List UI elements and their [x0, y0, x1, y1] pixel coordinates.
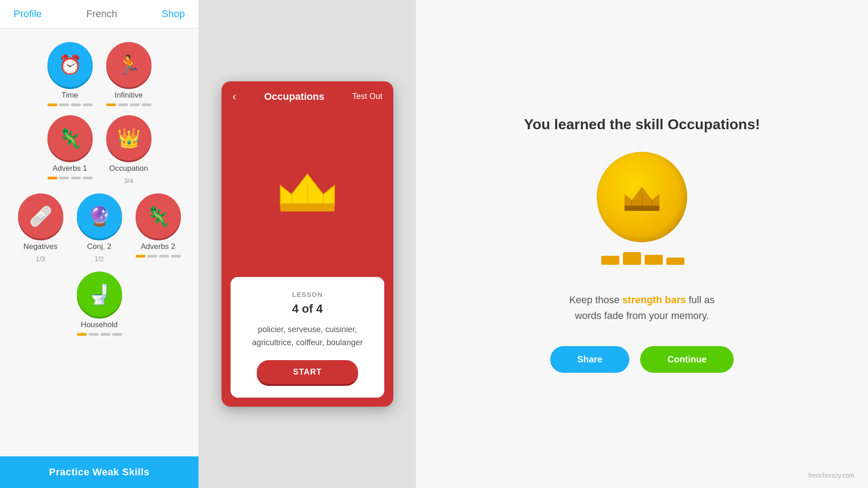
skill-progress-household [77, 333, 122, 336]
medal-bar-2 [623, 252, 641, 265]
left-panel: Profile French Shop ⏰ Time 🏃 [0, 0, 199, 488]
skill-label-negatives: Negatives [24, 242, 58, 251]
phone-container: ‹ Occupations Test Out LESSON 4 of 4 pol… [222, 81, 393, 407]
back-button[interactable]: ‹ [232, 89, 236, 103]
lesson-words: policier, serveuse, cuisinier, agricultr… [244, 323, 371, 349]
progress-bar [71, 103, 81, 106]
test-out-button[interactable]: Test Out [352, 92, 382, 101]
skill-progress-adverbs1 [47, 177, 93, 179]
progress-bar [100, 333, 110, 336]
progress-bar [130, 103, 140, 106]
lesson-number: 4 of 4 [292, 302, 323, 316]
medal-bar-4 [666, 258, 684, 265]
watermark: frenchcrazy.com [808, 472, 854, 479]
start-button[interactable]: START [257, 360, 358, 384]
skill-label-conj2: Conj. 2 [87, 242, 112, 251]
medal-bar-1 [601, 256, 619, 265]
left-header: Profile French Shop [0, 0, 198, 28]
skill-item-household[interactable]: 🚽 Household [77, 272, 122, 336]
medal-bar-3 [645, 255, 663, 265]
skill-circle-occupation: 👑 [106, 115, 151, 160]
progress-bar [136, 255, 146, 258]
skills-grid: ⏰ Time 🏃 Infinitive [0, 28, 198, 488]
learned-title: You learned the skill Occupations! [524, 115, 760, 134]
skill-item-adverbs1[interactable]: 🦎 Adverbs 1 [47, 115, 93, 184]
continue-button[interactable]: Continue [640, 346, 734, 373]
lesson-label: LESSON [292, 291, 323, 298]
skill-label-infinitive: Infinitive [114, 91, 142, 100]
phone-header: ‹ Occupations Test Out [222, 81, 393, 112]
skill-label-time: Time [61, 91, 78, 100]
shop-link[interactable]: Shop [162, 8, 185, 20]
skill-label-adverbs2: Adverbs 2 [141, 242, 175, 251]
skill-circle-time: ⏰ [47, 42, 93, 87]
skill-label-household: Household [81, 320, 118, 329]
skill-item-time[interactable]: ⏰ Time [47, 42, 93, 106]
skill-row-4: 🚽 Household [77, 272, 122, 336]
progress-bar [159, 255, 169, 258]
right-panel: You learned the skill Occupations! Keep … [416, 0, 868, 488]
progress-bar [47, 177, 57, 179]
progress-bar [83, 177, 93, 179]
medal-container [583, 152, 701, 269]
skill-circle-infinitive: 🏃 [106, 42, 151, 87]
phone-title: Occupations [264, 91, 324, 103]
learned-description: Keep those strength bars full aswords fa… [569, 292, 715, 324]
progress-bar [77, 333, 87, 336]
skill-circle-household: 🚽 [77, 272, 122, 317]
progress-bar [89, 333, 99, 336]
skill-row-1: ⏰ Time 🏃 Infinitive [47, 42, 151, 106]
skill-circle-conj2: 🔮 [77, 193, 122, 239]
skill-row-3: 🩹 Negatives 1/3 🔮 Conj. 2 1/2 🦎 Adverbs … [18, 193, 181, 263]
skill-progress-time [47, 103, 93, 106]
strength-highlight: strength bars [623, 294, 686, 305]
skill-label-adverbs1: Adverbs 1 [52, 164, 87, 173]
progress-bar [47, 103, 57, 106]
progress-bar [118, 103, 128, 106]
profile-link[interactable]: Profile [14, 8, 42, 20]
progress-bar [112, 333, 122, 336]
skill-circle-adverbs1: 🦎 [47, 115, 93, 160]
progress-bar [59, 103, 69, 106]
phone-crown-area [222, 112, 393, 277]
crown-icon [276, 167, 339, 212]
progress-bar [71, 177, 81, 179]
skill-item-adverbs2[interactable]: 🦎 Adverbs 2 [136, 193, 181, 263]
skill-circle-negatives: 🩹 [18, 193, 63, 239]
skill-item-negatives[interactable]: 🩹 Negatives 1/3 [18, 193, 63, 263]
progress-bar [171, 255, 181, 258]
medal-crown-icon [622, 181, 662, 213]
skill-circle-adverbs2: 🦎 [136, 193, 181, 239]
skill-sublabel-occupation: 3/4 [124, 177, 133, 184]
skill-progress-infinitive [106, 103, 151, 106]
practice-weak-skills-button[interactable]: Practice Weak Skills [0, 456, 198, 488]
middle-panel: ‹ Occupations Test Out LESSON 4 of 4 pol… [199, 0, 416, 488]
skill-item-conj2[interactable]: 🔮 Conj. 2 1/2 [77, 193, 122, 263]
progress-bar [147, 255, 157, 258]
skill-sublabel-conj2: 1/2 [94, 255, 104, 263]
skill-label-occupation: Occupation [109, 164, 148, 173]
progress-bar [83, 103, 93, 106]
phone-lesson-card: LESSON 4 of 4 policier, serveuse, cuisin… [231, 277, 384, 398]
skill-row-2: 🦎 Adverbs 1 👑 Occupation 3/4 [47, 115, 151, 184]
progress-bar [106, 103, 116, 106]
progress-bar [59, 177, 69, 179]
language-title: French [86, 8, 117, 20]
medal-bars [601, 252, 684, 265]
right-buttons: Share Continue [550, 346, 734, 373]
progress-bar [142, 103, 151, 106]
skill-item-infinitive[interactable]: 🏃 Infinitive [106, 42, 151, 106]
skill-progress-adverbs2 [136, 255, 181, 258]
skill-sublabel-negatives: 1/3 [36, 255, 45, 263]
medal-circle [597, 152, 687, 242]
skill-item-occupation[interactable]: 👑 Occupation 3/4 [106, 115, 151, 184]
share-button[interactable]: Share [550, 346, 630, 373]
